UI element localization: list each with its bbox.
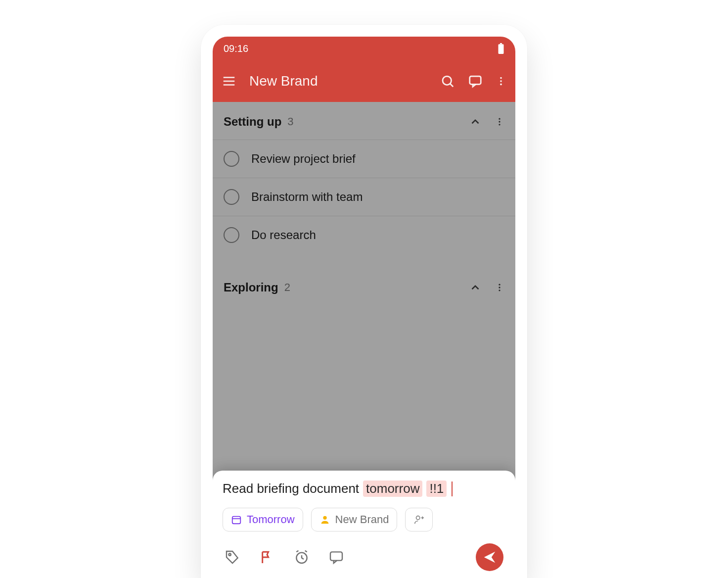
schedule-chip-label: Tomorrow — [247, 513, 295, 526]
svg-point-20 — [416, 516, 420, 520]
svg-point-14 — [499, 284, 500, 286]
svg-rect-17 — [232, 517, 241, 524]
quick-add-input[interactable]: Read briefing document tomorrow !!1 — [223, 481, 505, 497]
section-overflow-icon[interactable] — [495, 281, 504, 294]
task-title: Do research — [251, 228, 316, 242]
date-token[interactable]: tomorrow — [363, 481, 422, 497]
person-plus-icon — [413, 514, 424, 525]
send-icon — [482, 550, 497, 565]
task-row[interactable]: Review project brief — [213, 140, 515, 178]
section-title: Setting up — [224, 115, 281, 129]
svg-rect-25 — [330, 552, 342, 560]
assign-chip[interactable] — [405, 508, 433, 531]
project-chip[interactable]: New Brand — [311, 508, 398, 531]
task-row[interactable]: Brainstorm with team — [213, 178, 515, 216]
svg-point-11 — [499, 118, 500, 120]
svg-point-19 — [323, 516, 326, 520]
quick-add-text: Read briefing document — [223, 481, 359, 496]
comments-icon[interactable] — [468, 74, 483, 89]
svg-point-5 — [443, 76, 452, 85]
section-title: Exploring — [224, 281, 278, 294]
phone-screen: 09:16 New Brand — [213, 37, 515, 578]
alarm-icon[interactable] — [294, 549, 310, 565]
quick-add-sheet: Read briefing document tomorrow !!1 Tomo… — [213, 471, 515, 578]
label-icon[interactable] — [225, 549, 240, 565]
task-checkbox[interactable] — [224, 189, 239, 205]
task-title: Review project brief — [251, 152, 356, 166]
toolbar-title: New Brand — [249, 73, 427, 89]
svg-point-13 — [499, 124, 500, 125]
svg-point-8 — [500, 77, 502, 79]
chevron-up-icon[interactable] — [469, 281, 482, 294]
statusbar: 09:16 — [213, 37, 515, 60]
task-checkbox[interactable] — [224, 227, 239, 243]
section-header[interactable]: Setting up 3 — [213, 102, 515, 140]
section-count: 3 — [287, 115, 293, 128]
project-chip-label: New Brand — [335, 513, 389, 526]
flag-icon[interactable] — [259, 549, 275, 565]
section-header[interactable]: Exploring 2 — [213, 268, 515, 305]
svg-rect-1 — [499, 44, 504, 54]
submit-button[interactable] — [476, 543, 503, 571]
menu-icon[interactable] — [222, 74, 236, 89]
svg-point-9 — [500, 80, 502, 82]
comment-icon[interactable] — [328, 549, 344, 565]
schedule-chip[interactable]: Tomorrow — [223, 508, 303, 531]
person-icon — [319, 514, 330, 525]
overflow-menu-icon[interactable] — [496, 74, 506, 89]
task-row[interactable]: Do research — [213, 216, 515, 254]
battery-icon — [498, 43, 504, 54]
svg-line-6 — [450, 84, 453, 87]
task-title: Brainstorm with team — [251, 190, 363, 204]
phone-frame: 09:16 New Brand — [201, 25, 527, 578]
chevron-up-icon[interactable] — [469, 115, 482, 128]
svg-point-15 — [499, 287, 500, 288]
svg-point-16 — [499, 289, 500, 291]
svg-point-23 — [229, 554, 231, 556]
calendar-icon — [231, 514, 242, 525]
text-caret — [452, 482, 453, 496]
priority-token[interactable]: !!1 — [426, 481, 447, 497]
svg-rect-0 — [500, 43, 502, 44]
content-scroll[interactable]: Setting up 3 Review project brief — [213, 102, 515, 578]
statusbar-time: 09:16 — [224, 43, 248, 54]
app-toolbar: New Brand — [213, 60, 515, 102]
task-checkbox[interactable] — [224, 151, 239, 167]
section-count: 2 — [284, 281, 290, 294]
search-icon[interactable] — [440, 74, 455, 89]
section-overflow-icon[interactable] — [495, 115, 504, 128]
svg-point-10 — [500, 84, 502, 86]
svg-point-12 — [499, 121, 500, 122]
svg-rect-7 — [470, 76, 481, 84]
